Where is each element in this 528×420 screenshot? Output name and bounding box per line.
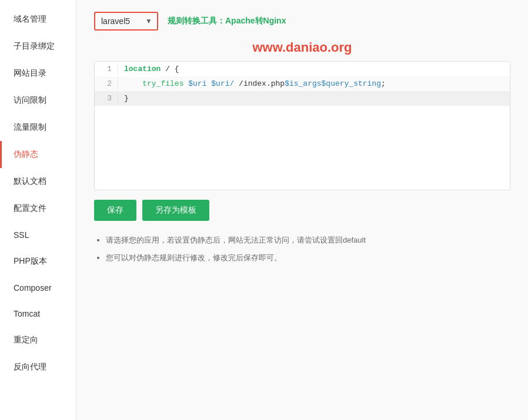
sidebar-item-proxy[interactable]: 反向代理 bbox=[0, 354, 76, 381]
tip-item-1: 请选择您的应用，若设置伪静态后，网站无法正常访问，请尝试设置回default bbox=[106, 233, 510, 248]
main-content: defaultlaravel5thinkphpwordpressdiscuz ▼… bbox=[76, 0, 528, 420]
tips-list: 请选择您的应用，若设置伪静态后，网站无法正常访问，请尝试设置回default您可… bbox=[94, 233, 510, 266]
sidebar-item-phpver[interactable]: PHP版本 bbox=[0, 248, 76, 275]
sidebar-item-tomcat[interactable]: Tomcat bbox=[0, 301, 76, 327]
code-line-3: 3} bbox=[95, 91, 510, 106]
save-button[interactable]: 保存 bbox=[94, 200, 136, 221]
sidebar-item-ssl[interactable]: SSL bbox=[0, 222, 76, 248]
line-content-2: try_files $uri $uri/ /index.php$is_args$… bbox=[118, 78, 510, 90]
sidebar: 域名管理子目录绑定网站目录访问限制流量限制伪静态默认文档配置文件SSLPHP版本… bbox=[0, 0, 76, 420]
sidebar-item-config[interactable]: 配置文件 bbox=[0, 195, 76, 222]
line-content-3: } bbox=[118, 92, 510, 105]
code-line-2: 2 try_files $uri $uri/ /index.php$is_arg… bbox=[95, 76, 510, 91]
code-line-1: 1location / { bbox=[95, 62, 510, 76]
line-number-3: 3 bbox=[95, 92, 118, 105]
convert-link[interactable]: Apache转Nginx bbox=[225, 16, 286, 25]
tip-item-2: 您可以对伪静态规则进行修改，修改完后保存即可。 bbox=[106, 250, 510, 266]
line-content-1: location / { bbox=[118, 63, 510, 75]
sidebar-item-subdir[interactable]: 子目录绑定 bbox=[0, 33, 76, 60]
code-editor[interactable]: 1location / {2 try_files $uri $uri/ /ind… bbox=[94, 61, 510, 190]
app-select-wrapper: defaultlaravel5thinkphpwordpressdiscuz ▼ bbox=[94, 12, 158, 31]
top-bar: defaultlaravel5thinkphpwordpressdiscuz ▼… bbox=[94, 12, 510, 31]
watermark: www.daniao.org bbox=[94, 40, 510, 55]
line-number-2: 2 bbox=[95, 78, 118, 90]
sidebar-item-composer[interactable]: Composer bbox=[0, 275, 76, 301]
sidebar-item-defaultdoc[interactable]: 默认文档 bbox=[0, 168, 76, 195]
line-number-1: 1 bbox=[95, 63, 118, 75]
sidebar-item-access[interactable]: 访问限制 bbox=[0, 87, 76, 114]
app-select[interactable]: defaultlaravel5thinkphpwordpressdiscuz bbox=[95, 13, 157, 29]
convert-label: 规则转换工具： bbox=[168, 16, 225, 25]
action-bar: 保存 另存为模板 bbox=[94, 200, 510, 221]
save-as-template-button[interactable]: 另存为模板 bbox=[142, 200, 209, 221]
sidebar-item-traffic[interactable]: 流量限制 bbox=[0, 114, 76, 141]
sidebar-item-domain[interactable]: 域名管理 bbox=[0, 6, 76, 33]
convert-tool: 规则转换工具：Apache转Nginx bbox=[168, 16, 286, 26]
sidebar-item-redirect[interactable]: 重定向 bbox=[0, 327, 76, 354]
sidebar-item-webdir[interactable]: 网站目录 bbox=[0, 60, 76, 87]
sidebar-item-rewrite[interactable]: 伪静态 bbox=[0, 141, 76, 168]
